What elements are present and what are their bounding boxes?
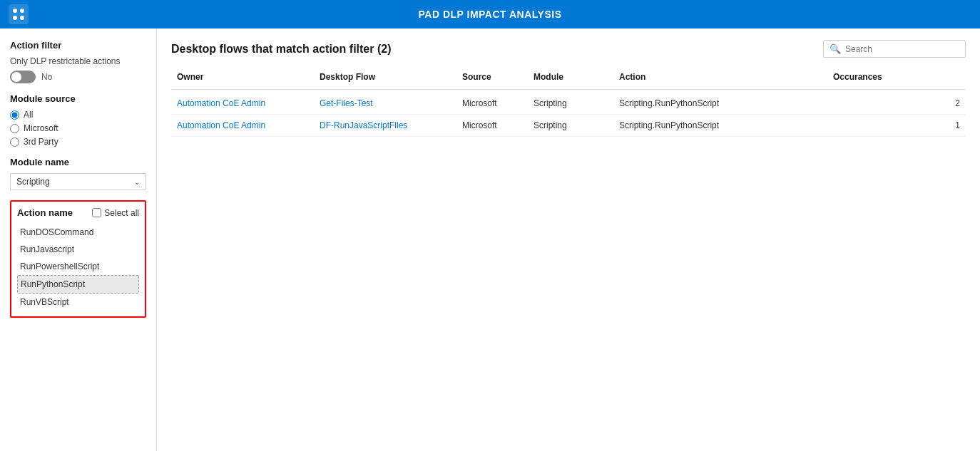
action-item[interactable]: RunPowershellScript <box>17 258 139 275</box>
svg-point-4 <box>20 16 24 20</box>
radio-microsoft-label: Microsoft <box>24 123 58 133</box>
sidebar: Action filter Only DLP restrictable acti… <box>0 28 157 451</box>
radio-3rd-party[interactable]: 3rd Party <box>10 137 146 147</box>
table-header: Owner Desktop Flow Source Module Action … <box>171 69 966 90</box>
cell-source-2: Microsoft <box>456 118 528 133</box>
toggle-label: No <box>41 72 52 82</box>
cell-action-2: Scripting.RunPythonScript <box>613 118 827 133</box>
cell-source-1: Microsoft <box>456 95 528 111</box>
action-item[interactable]: RunJavascript <box>17 241 139 258</box>
col-occurances: Occurances <box>827 69 966 85</box>
cell-desktop-flow-1[interactable]: Get-Files-Test <box>314 95 456 111</box>
radio-3rd-party-label: 3rd Party <box>24 137 58 147</box>
search-input[interactable] <box>845 44 959 54</box>
action-filter-title: Action filter <box>10 40 146 51</box>
search-box: 🔍 <box>823 40 966 58</box>
col-action: Action <box>613 69 827 85</box>
table-row: Automation CoE Admin DF-RunJavaScriptFil… <box>171 115 966 137</box>
col-source: Source <box>456 69 528 85</box>
dlp-toggle[interactable] <box>10 71 36 83</box>
action-item-selected[interactable]: RunPythonScript <box>17 275 139 294</box>
radio-microsoft[interactable]: Microsoft <box>10 123 146 133</box>
chevron-down-icon: ⌄ <box>134 178 140 186</box>
action-item[interactable]: RunDOSCommand <box>17 224 139 241</box>
action-item[interactable]: RunVBScript <box>17 294 139 311</box>
module-source-section: Module source All Microsoft 3rd Party <box>10 93 146 147</box>
main-content: Desktop flows that match action filter (… <box>157 28 980 451</box>
cell-owner-1[interactable]: Automation CoE Admin <box>171 95 314 111</box>
action-name-box: Action name Select all RunDOSCommand Run… <box>10 200 146 318</box>
app-header: PAD DLP IMPACT ANALYSIS <box>0 0 980 28</box>
table-row: Automation CoE Admin Get-Files-Test Micr… <box>171 93 966 115</box>
main-layout: Action filter Only DLP restrictable acti… <box>0 28 980 451</box>
cell-occurances-1: 2 <box>827 95 966 111</box>
module-name-title: Module name <box>10 157 146 167</box>
action-name-title: Action name <box>17 207 73 218</box>
module-name-dropdown[interactable]: Scripting ⌄ <box>10 173 146 190</box>
search-icon: 🔍 <box>830 43 841 54</box>
action-name-header: Action name Select all <box>17 207 139 218</box>
select-all-label[interactable]: Select all <box>92 208 139 218</box>
col-owner: Owner <box>171 69 314 85</box>
col-desktop-flow: Desktop Flow <box>314 69 456 85</box>
module-source-title: Module source <box>10 93 146 104</box>
module-name-section: Module name Scripting ⌄ <box>10 157 146 190</box>
module-name-value: Scripting <box>16 177 50 187</box>
radio-all-label: All <box>24 110 33 120</box>
cell-action-1: Scripting.RunPythonScript <box>613 95 827 111</box>
header-title: PAD DLP IMPACT ANALYSIS <box>418 9 561 20</box>
app-logo <box>9 4 29 24</box>
cell-module-2: Scripting <box>528 118 613 133</box>
radio-all[interactable]: All <box>10 110 146 120</box>
svg-rect-0 <box>9 4 29 24</box>
svg-point-2 <box>20 9 24 13</box>
action-list: RunDOSCommand RunJavascript RunPowershel… <box>17 224 139 311</box>
content-title: Desktop flows that match action filter (… <box>171 43 391 56</box>
col-module: Module <box>528 69 613 85</box>
cell-owner-2[interactable]: Automation CoE Admin <box>171 118 314 133</box>
cell-module-1: Scripting <box>528 95 613 111</box>
cell-occurances-2: 1 <box>827 118 966 133</box>
only-dlp-label: Only DLP restrictable actions <box>10 56 146 66</box>
svg-point-1 <box>13 9 17 13</box>
module-source-radio-group: All Microsoft 3rd Party <box>10 110 146 147</box>
cell-desktop-flow-2[interactable]: DF-RunJavaScriptFiles <box>314 118 456 133</box>
select-all-checkbox[interactable] <box>92 208 101 217</box>
svg-point-3 <box>13 16 17 20</box>
select-all-text: Select all <box>104 208 139 218</box>
content-header: Desktop flows that match action filter (… <box>171 40 966 58</box>
toggle-row: No <box>10 71 146 83</box>
